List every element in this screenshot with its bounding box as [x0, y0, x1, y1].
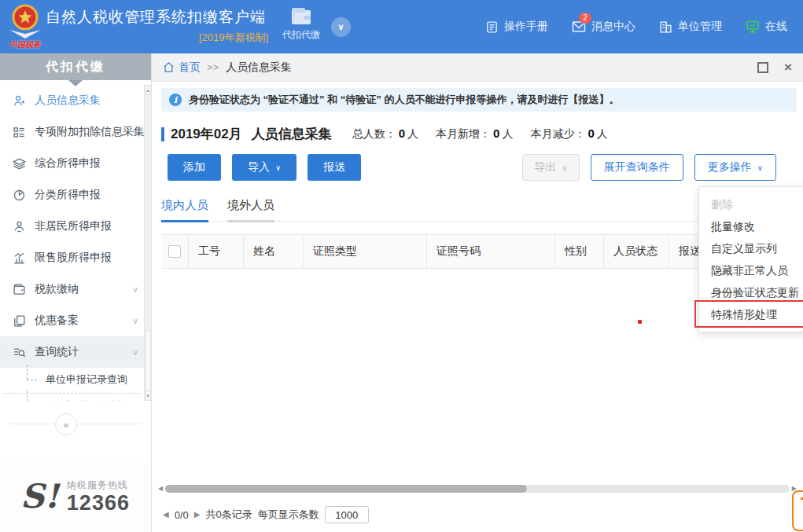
scrollbar-track[interactable]: [165, 485, 790, 493]
button-label: 添加: [183, 160, 205, 174]
hotline-label: 纳税服务热线: [67, 479, 130, 492]
stat-label: 本月减少：: [530, 127, 585, 140]
nav-item-manual[interactable]: 操作手册: [485, 20, 548, 34]
menu-item-verify-status-update[interactable]: 身份验证状态更新: [699, 281, 803, 303]
wallet-icon: [13, 283, 26, 296]
page-period: 2019年02月: [171, 125, 242, 143]
info-icon: i: [169, 94, 182, 106]
next-page-icon[interactable]: ▶: [194, 511, 201, 519]
chevron-down-icon: ∨: [132, 347, 138, 358]
sidebar-item-label: 专项附加扣除信息采集: [35, 125, 144, 139]
window-controls: ×: [757, 61, 792, 74]
chevron-glyph: ∨: [337, 22, 344, 32]
add-button[interactable]: 添加: [168, 154, 221, 181]
scroll-left-icon[interactable]: ◀: [158, 486, 163, 492]
more-actions-button[interactable]: 更多操作 ∨: [694, 154, 776, 181]
maximize-icon[interactable]: [757, 62, 768, 73]
nav-item-online-status[interactable]: 在线: [746, 20, 787, 34]
sidebar-item-query-statistics[interactable]: 查询统计 ∨: [0, 336, 144, 368]
tab-domestic-personnel[interactable]: 境内人员: [161, 198, 208, 222]
chevron-down-icon: ∨: [132, 127, 138, 138]
sidebar-item-restricted-shares[interactable]: 限售股所得申报: [0, 242, 144, 273]
sidebar: 代扣代缴 人员信息采集 专项附加扣除信息采集 ∨ 综合所得申报: [0, 53, 152, 532]
layers-icon: [13, 157, 26, 171]
chevron-down-icon: ∨: [275, 163, 281, 172]
pagination: ◀ 0/0 ▶ 共0条记录 每页显示条数 1000: [163, 506, 369, 523]
tab-overseas-personnel[interactable]: 境外人员: [227, 198, 274, 222]
sidebar-item-personnel-info[interactable]: 人员信息采集: [0, 85, 144, 116]
sidebar-item-label: 非居民所得申报: [35, 219, 112, 233]
stat-value: 0: [399, 127, 405, 140]
menu-item-custom-columns[interactable]: 自定义显示列: [699, 237, 803, 259]
sidebar-item-special-deduction[interactable]: 专项附加扣除信息采集 ∨: [0, 116, 144, 148]
menu-item-special-case-handling[interactable]: 特殊情形处理: [699, 303, 803, 325]
nav-item-org[interactable]: 单位管理: [659, 20, 722, 34]
floating-widget[interactable]: [792, 490, 803, 531]
sidebar-item-classified-income[interactable]: 分类所得申报: [0, 179, 144, 211]
close-icon[interactable]: ×: [784, 61, 792, 74]
sidebar-item-label: 分类所得申报: [35, 188, 101, 202]
page-title-row: 2019年02月 人员信息采集 总人数：0人 本月新增：0人 本月减少：0人: [161, 125, 797, 143]
notice-text: 身份验证状态为 “验证不通过” 和 “待验证” 的人员不能进行申报等操作，请及时…: [189, 93, 619, 107]
menu-item-hide-abnormal[interactable]: 隐藏非正常人员: [699, 259, 803, 281]
chevron-down-icon[interactable]: ∨: [331, 17, 351, 37]
envelope-icon: 2: [572, 20, 586, 33]
scroll-down-icon[interactable]: ▼: [145, 391, 151, 401]
more-actions-dropdown: 删除 批量修改 自定义显示列 隐藏非正常人员 身份验证状态更新 特殊情形处理: [698, 186, 803, 332]
emblem-icon: [6, 2, 45, 41]
select-all-checkbox[interactable]: [168, 245, 181, 258]
expand-query-button[interactable]: 展开查询条件: [591, 154, 683, 181]
button-label: 更多操作: [708, 160, 752, 174]
sidebar-header: 代扣代缴: [0, 53, 151, 80]
app-subtitle: [2019年新税制]: [46, 31, 268, 45]
hotline-number: 12366: [67, 492, 130, 515]
prev-page-icon[interactable]: ◀: [163, 511, 169, 519]
red-dot-marker: [638, 320, 642, 324]
scrollbar-thumb[interactable]: [145, 330, 150, 393]
sidebar-item-label: 限售股所得申报: [35, 251, 112, 265]
stat-added: 本月新增：0人: [436, 127, 513, 141]
sidebar-item-comprehensive-income[interactable]: 综合所得申报: [0, 148, 144, 179]
nav-item-messages[interactable]: 2 消息中心: [572, 20, 635, 34]
import-button[interactable]: 导入 ∨: [232, 154, 297, 181]
submit-button[interactable]: 报送: [308, 154, 361, 181]
stat-total: 总人数：0人: [352, 127, 418, 141]
sidebar-subitem-unit-declare-query[interactable]: 单位申报记录查询: [0, 368, 144, 391]
sidebar-item-preferential-filing[interactable]: 优惠备案 ∨: [0, 305, 144, 336]
sidebar-collapse-button[interactable]: «: [55, 413, 77, 435]
column-header-id-number: 证照号码: [426, 235, 554, 268]
sidebar-scrollbar[interactable]: ▲ ▼: [144, 85, 151, 401]
sidebar-subitem-personal-withholding-query[interactable]: 个人扣缴明细查询: [0, 394, 144, 401]
sidebar-menu: 人员信息采集 专项附加扣除信息采集 ∨ 综合所得申报 分类所得申报: [0, 85, 144, 401]
collapse-glyph: «: [63, 419, 68, 431]
per-page-input[interactable]: 1000: [325, 506, 369, 523]
sidebar-item-label: 人员信息采集: [35, 94, 101, 108]
sidebar-item-tax-payment[interactable]: 税款缴纳 ∨: [0, 273, 144, 305]
pie-chart-icon: [13, 189, 26, 202]
column-header-work-id: 工号: [188, 235, 243, 268]
breadcrumb-home[interactable]: 首页: [163, 61, 201, 75]
sidebar-item-label: 税款缴纳: [35, 282, 79, 296]
scrollbar-thumb[interactable]: [165, 485, 527, 493]
breadcrumb: 首页 >> 人员信息采集 ×: [152, 53, 803, 82]
module-switcher[interactable]: 代扣代缴: [277, 7, 326, 42]
grid-list-icon: [13, 126, 26, 139]
app-header: 中国税务 自然人税收管理系统扣缴客户端 [2019年新税制] 代扣代缴 ∨ 操作…: [0, 0, 803, 53]
stat-unit: 人: [407, 127, 418, 140]
toolbar: 添加 导入 ∨ 报送 导出 ∨ 展开查询条件 更多操作 ∨: [168, 154, 776, 181]
horizontal-scrollbar: ◀ ▶: [158, 485, 797, 493]
export-button[interactable]: 导出 ∨: [522, 154, 579, 181]
breadcrumb-home-label: 首页: [179, 61, 201, 75]
sidebar-item-nonresident-income[interactable]: 非居民所得申报: [0, 211, 144, 242]
column-header-id-type: 证照类型: [303, 235, 426, 268]
nav-item-label: 操作手册: [504, 20, 548, 34]
menu-item-batch-edit[interactable]: 批量修改: [699, 215, 803, 237]
person-icon: [13, 220, 26, 233]
tax-emblem-logo: 中国税务: [6, 2, 45, 52]
menu-item-delete[interactable]: 删除: [699, 193, 803, 215]
column-header-person-status: 人员状态: [603, 235, 669, 268]
sidebar-subitem-label: 单位申报记录查询: [46, 372, 127, 387]
hotline-block: S! 纳税服务热线 12366: [0, 461, 150, 532]
page-indicator: 0/0: [175, 509, 189, 521]
scroll-up-icon[interactable]: ▲: [145, 85, 151, 95]
